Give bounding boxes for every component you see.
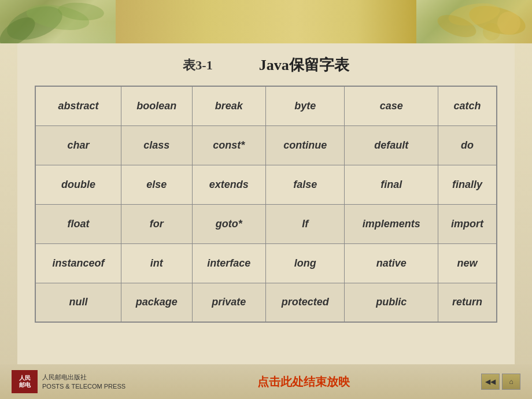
keyword-cell: return xyxy=(438,283,497,322)
keyword-cell: interface xyxy=(192,243,265,283)
keyword-cell: false xyxy=(265,165,345,204)
main-content: 表3-1 Java保留字表 abstractbooleanbreakbyteca… xyxy=(17,43,515,364)
keyword-cell: case xyxy=(345,86,438,125)
keyword-cell: If xyxy=(265,204,345,243)
nav-prev-button[interactable]: ◀◀ xyxy=(481,374,500,390)
keyword-cell: double xyxy=(35,165,121,204)
keyword-cell: byte xyxy=(265,86,345,125)
keyword-cell: float xyxy=(35,204,121,243)
bottom-bar: 人民邮电 人民邮电出版社 POSTS & TELECOM PRESS 点击此处结… xyxy=(0,364,532,399)
keyword-cell: instanceof xyxy=(35,243,121,283)
table-row: abstractbooleanbreakbytecasecatch xyxy=(35,86,497,125)
keyword-cell: goto* xyxy=(192,204,265,243)
main-container: 表3-1 Java保留字表 abstractbooleanbreakbyteca… xyxy=(0,0,532,399)
keyword-cell: continue xyxy=(265,125,345,165)
keyword-cell: package xyxy=(121,283,192,322)
keyword-cell: private xyxy=(192,283,265,322)
keyword-cell: null xyxy=(35,283,121,322)
keyword-cell: class xyxy=(121,125,192,165)
logo-icon-text: 人民邮电 xyxy=(19,375,31,389)
keyword-cell: long xyxy=(265,243,345,283)
publisher-logo: 人民邮电 人民邮电出版社 POSTS & TELECOM PRESS xyxy=(12,370,125,393)
banner-mid xyxy=(116,0,416,43)
keyword-cell: do xyxy=(438,125,497,165)
nav-buttons: ◀◀ ⌂ xyxy=(481,374,520,390)
keyword-cell: abstract xyxy=(35,86,121,125)
table-label: 表3-1 xyxy=(183,57,212,74)
end-presentation-button[interactable]: 点击此处结束放映 xyxy=(257,374,350,390)
keyword-cell: protected xyxy=(265,283,345,322)
keyword-cell: else xyxy=(121,165,192,204)
keyword-cell: extends xyxy=(192,165,265,204)
keyword-cell: final xyxy=(345,165,438,204)
keyword-cell: default xyxy=(345,125,438,165)
keyword-cell: public xyxy=(345,283,438,322)
keyword-cell: implements xyxy=(345,204,438,243)
table-row: charclassconst*continuedefaultdo xyxy=(35,125,497,165)
keyword-cell: const* xyxy=(192,125,265,165)
keyword-cell: break xyxy=(192,86,265,125)
keyword-cell: finally xyxy=(438,165,497,204)
nav-home-button[interactable]: ⌂ xyxy=(502,374,520,390)
keyword-cell: char xyxy=(35,125,121,165)
table-row: floatforgoto*Ifimplementsimport xyxy=(35,204,497,243)
title-area: 表3-1 Java保留字表 xyxy=(35,55,497,75)
keyword-cell: for xyxy=(121,204,192,243)
table-row: instanceofintinterfacelongnativenew xyxy=(35,243,497,283)
logo-icon: 人民邮电 xyxy=(12,370,38,393)
banner-right xyxy=(416,0,532,43)
keyword-table: abstractbooleanbreakbytecasecatchcharcla… xyxy=(35,86,497,323)
publisher-text: 人民邮电出版社 POSTS & TELECOM PRESS xyxy=(42,372,125,391)
keyword-cell: int xyxy=(121,243,192,283)
keyword-cell: import xyxy=(438,204,497,243)
table-row: doubleelseextendsfalsefinalfinally xyxy=(35,165,497,204)
table-row: nullpackageprivateprotectedpublicreturn xyxy=(35,283,497,322)
keyword-cell: native xyxy=(345,243,438,283)
keyword-cell: boolean xyxy=(121,86,192,125)
banner-left xyxy=(0,0,116,43)
table-title: Java保留字表 xyxy=(259,55,349,75)
keyword-cell: catch xyxy=(438,86,497,125)
keyword-cell: new xyxy=(438,243,497,283)
top-banner xyxy=(0,0,532,43)
